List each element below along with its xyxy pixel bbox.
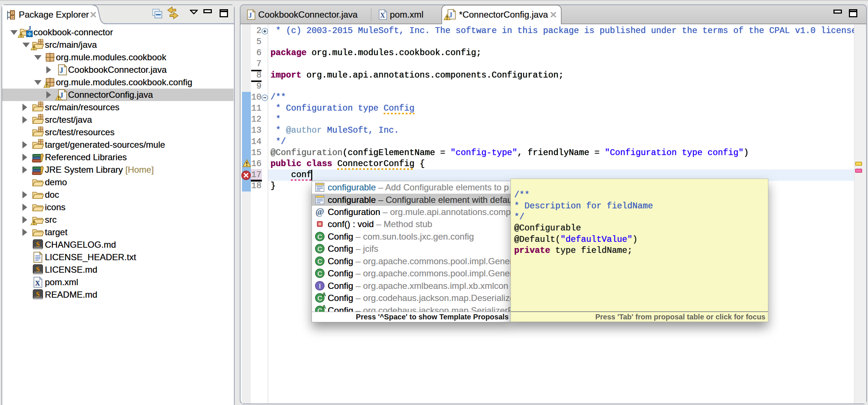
svg-text:A: A bbox=[322, 292, 326, 297]
svg-text:A: A bbox=[322, 304, 326, 309]
